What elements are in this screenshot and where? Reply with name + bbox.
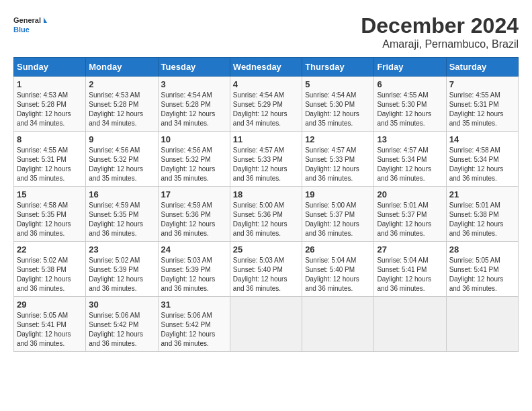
header-monday: Monday (86, 58, 158, 77)
day-detail: Sunrise: 4:58 AMSunset: 5:34 PMDaylight:… (449, 146, 504, 182)
calendar-cell: 7 Sunrise: 4:55 AMSunset: 5:31 PMDayligh… (446, 77, 518, 132)
day-detail: Sunrise: 4:55 AMSunset: 5:30 PMDaylight:… (377, 91, 431, 127)
header-thursday: Thursday (302, 58, 374, 77)
calendar-cell: 14 Sunrise: 4:58 AMSunset: 5:34 PMDaylig… (446, 132, 518, 187)
calendar-cell (374, 297, 446, 352)
calendar-cell: 4 Sunrise: 4:54 AMSunset: 5:29 PMDayligh… (230, 77, 302, 132)
header: General Blue December 2024 Amaraji, Pern… (13, 13, 519, 50)
day-number: 17 (161, 189, 227, 199)
day-detail: Sunrise: 4:59 AMSunset: 5:35 PMDaylight:… (89, 201, 143, 237)
day-number: 31 (161, 300, 227, 310)
day-number: 6 (377, 79, 443, 89)
calendar-cell: 21 Sunrise: 5:01 AMSunset: 5:38 PMDaylig… (446, 187, 518, 242)
calendar-cell: 26 Sunrise: 5:04 AMSunset: 5:40 PMDaylig… (302, 242, 374, 297)
day-number: 9 (89, 134, 154, 144)
day-detail: Sunrise: 5:00 AMSunset: 5:36 PMDaylight:… (233, 201, 287, 237)
calendar-cell (446, 297, 518, 352)
day-detail: Sunrise: 4:54 AMSunset: 5:28 PMDaylight:… (161, 91, 216, 127)
calendar-cell: 13 Sunrise: 4:57 AMSunset: 5:34 PMDaylig… (374, 132, 446, 187)
day-number: 14 (449, 134, 515, 144)
day-number: 27 (377, 244, 443, 255)
calendar-body: 1 Sunrise: 4:53 AMSunset: 5:28 PMDayligh… (14, 77, 519, 352)
day-detail: Sunrise: 4:53 AMSunset: 5:28 PMDaylight:… (17, 91, 71, 127)
svg-marker-2 (44, 17, 47, 23)
calendar-week-2: 8 Sunrise: 4:55 AMSunset: 5:31 PMDayligh… (14, 132, 519, 187)
header-row: Sunday Monday Tuesday Wednesday Thursday… (14, 58, 519, 77)
day-number: 18 (233, 189, 299, 199)
day-number: 22 (17, 244, 83, 255)
day-detail: Sunrise: 4:57 AMSunset: 5:33 PMDaylight:… (305, 146, 359, 182)
calendar-cell: 11 Sunrise: 4:57 AMSunset: 5:33 PMDaylig… (230, 132, 302, 187)
calendar-cell: 15 Sunrise: 4:58 AMSunset: 5:35 PMDaylig… (14, 187, 86, 242)
day-detail: Sunrise: 5:02 AMSunset: 5:39 PMDaylight:… (89, 257, 143, 292)
calendar-cell: 20 Sunrise: 5:01 AMSunset: 5:37 PMDaylig… (374, 187, 446, 242)
calendar-cell: 31 Sunrise: 5:06 AMSunset: 5:42 PMDaylig… (158, 297, 230, 352)
header-sunday: Sunday (14, 58, 86, 77)
day-number: 1 (17, 79, 83, 89)
day-number: 4 (233, 79, 299, 89)
calendar-cell: 5 Sunrise: 4:54 AMSunset: 5:30 PMDayligh… (302, 77, 374, 132)
day-number: 28 (449, 244, 515, 255)
calendar-cell: 16 Sunrise: 4:59 AMSunset: 5:35 PMDaylig… (86, 187, 158, 242)
day-detail: Sunrise: 4:53 AMSunset: 5:28 PMDaylight:… (89, 91, 143, 127)
calendar-cell: 29 Sunrise: 5:05 AMSunset: 5:41 PMDaylig… (14, 297, 86, 352)
day-number: 10 (161, 134, 227, 144)
day-detail: Sunrise: 5:04 AMSunset: 5:41 PMDaylight:… (377, 257, 431, 292)
calendar-cell: 10 Sunrise: 4:56 AMSunset: 5:32 PMDaylig… (158, 132, 230, 187)
logo-icon: General Blue (13, 13, 47, 35)
day-number: 11 (233, 134, 299, 144)
calendar-cell: 1 Sunrise: 4:53 AMSunset: 5:28 PMDayligh… (14, 77, 86, 132)
header-friday: Friday (374, 58, 446, 77)
day-number: 2 (89, 79, 154, 89)
title-area: December 2024 Amaraji, Pernambuco, Brazi… (361, 13, 519, 50)
calendar-cell: 8 Sunrise: 4:55 AMSunset: 5:31 PMDayligh… (14, 132, 86, 187)
day-number: 25 (233, 244, 299, 255)
day-detail: Sunrise: 5:00 AMSunset: 5:37 PMDaylight:… (305, 201, 359, 237)
day-detail: Sunrise: 5:04 AMSunset: 5:40 PMDaylight:… (305, 257, 359, 292)
header-tuesday: Tuesday (158, 58, 230, 77)
calendar-cell: 3 Sunrise: 4:54 AMSunset: 5:28 PMDayligh… (158, 77, 230, 132)
svg-text:Blue: Blue (13, 26, 30, 34)
svg-text:General: General (13, 16, 41, 24)
day-number: 8 (17, 134, 83, 144)
day-detail: Sunrise: 4:57 AMSunset: 5:33 PMDaylight:… (233, 146, 287, 182)
calendar-cell: 2 Sunrise: 4:53 AMSunset: 5:28 PMDayligh… (86, 77, 158, 132)
day-detail: Sunrise: 4:59 AMSunset: 5:36 PMDaylight:… (161, 201, 216, 237)
calendar-cell: 28 Sunrise: 5:05 AMSunset: 5:41 PMDaylig… (446, 242, 518, 297)
day-detail: Sunrise: 4:56 AMSunset: 5:32 PMDaylight:… (89, 146, 143, 182)
calendar-table: Sunday Monday Tuesday Wednesday Thursday… (13, 57, 519, 352)
day-number: 26 (305, 244, 371, 255)
calendar-cell: 18 Sunrise: 5:00 AMSunset: 5:36 PMDaylig… (230, 187, 302, 242)
day-detail: Sunrise: 4:55 AMSunset: 5:31 PMDaylight:… (17, 146, 71, 182)
day-detail: Sunrise: 4:55 AMSunset: 5:31 PMDaylight:… (449, 91, 504, 127)
day-detail: Sunrise: 4:57 AMSunset: 5:34 PMDaylight:… (377, 146, 431, 182)
calendar-cell: 24 Sunrise: 5:03 AMSunset: 5:39 PMDaylig… (158, 242, 230, 297)
header-saturday: Saturday (446, 58, 518, 77)
day-number: 24 (161, 244, 227, 255)
calendar-cell: 9 Sunrise: 4:56 AMSunset: 5:32 PMDayligh… (86, 132, 158, 187)
day-number: 7 (449, 79, 515, 89)
calendar-cell (230, 297, 302, 352)
day-detail: Sunrise: 5:02 AMSunset: 5:38 PMDaylight:… (17, 257, 71, 292)
month-title: December 2024 (361, 13, 519, 38)
day-detail: Sunrise: 4:54 AMSunset: 5:30 PMDaylight:… (305, 91, 359, 127)
day-number: 19 (305, 189, 371, 199)
logo: General Blue (13, 13, 47, 35)
day-detail: Sunrise: 5:01 AMSunset: 5:37 PMDaylight:… (377, 201, 431, 237)
calendar-week-5: 29 Sunrise: 5:05 AMSunset: 5:41 PMDaylig… (14, 297, 519, 352)
calendar-week-4: 22 Sunrise: 5:02 AMSunset: 5:38 PMDaylig… (14, 242, 519, 297)
day-number: 30 (89, 300, 154, 310)
calendar-cell: 12 Sunrise: 4:57 AMSunset: 5:33 PMDaylig… (302, 132, 374, 187)
calendar-cell: 30 Sunrise: 5:06 AMSunset: 5:42 PMDaylig… (86, 297, 158, 352)
calendar-cell (302, 297, 374, 352)
day-number: 29 (17, 300, 83, 310)
location-title: Amaraji, Pernambuco, Brazil (361, 38, 519, 50)
day-number: 15 (17, 189, 83, 199)
day-number: 13 (377, 134, 443, 144)
day-detail: Sunrise: 4:58 AMSunset: 5:35 PMDaylight:… (17, 201, 71, 237)
day-detail: Sunrise: 5:03 AMSunset: 5:39 PMDaylight:… (161, 257, 216, 292)
day-number: 16 (89, 189, 154, 199)
calendar-cell: 27 Sunrise: 5:04 AMSunset: 5:41 PMDaylig… (374, 242, 446, 297)
day-detail: Sunrise: 5:06 AMSunset: 5:42 PMDaylight:… (89, 312, 143, 347)
day-number: 20 (377, 189, 443, 199)
